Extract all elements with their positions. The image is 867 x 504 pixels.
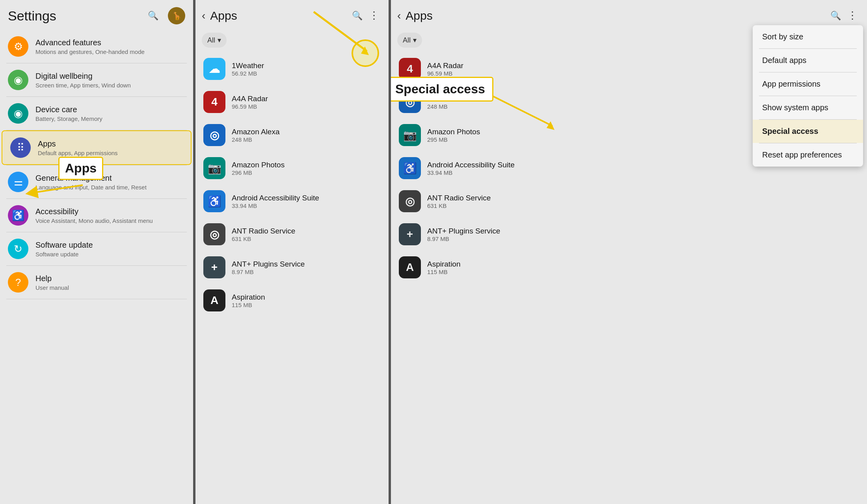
settings-item-digital-wellbeing[interactable]: ◉ Digital wellbeing Screen time, App tim… xyxy=(0,63,193,96)
special-access-callout: Special access xyxy=(391,77,493,102)
app-name-p3: Amazon Photos xyxy=(427,128,480,136)
app-icon: ◎ xyxy=(203,124,225,146)
app-icon-p3: ♿ xyxy=(399,157,421,179)
app-item-ant+-plugins-service[interactable]: + ANT+ Plugins Service 8.97 MB xyxy=(199,251,385,284)
sublabel-digital-wellbeing: Screen time, App timers, Wind down xyxy=(35,82,185,89)
app-item-p3-aspiration[interactable]: A Aspiration 115 MB xyxy=(394,251,864,284)
app-name-p3: Android Accessibility Suite xyxy=(427,161,515,169)
filter-value: All xyxy=(207,36,215,44)
filter-chevron: ▾ xyxy=(218,36,221,44)
label-general-management: General management xyxy=(35,174,185,183)
sublabel-advanced-features: Motions and gestures, One-handed mode xyxy=(35,48,185,55)
divider-help xyxy=(6,299,187,299)
apps-panel: ‹ Apps 🔍 ⋮ All ▾ ☁ 1Weather 56.92 MB 4 A… xyxy=(195,0,389,504)
apps-search-button[interactable]: 🔍 xyxy=(348,7,366,24)
app-size-p3: 8.97 MB xyxy=(427,235,500,242)
label-apps: Apps xyxy=(38,139,183,148)
app-icon: ◎ xyxy=(203,223,225,245)
app-item-aspiration[interactable]: A Aspiration 115 MB xyxy=(199,284,385,317)
three-dots-highlight xyxy=(352,39,379,67)
app-name-p3: Aspiration xyxy=(427,260,461,269)
sublabel-software-update: Software update xyxy=(35,251,185,258)
settings-item-software-update[interactable]: ↻ Software update Software update xyxy=(0,232,193,265)
label-device-care: Device care xyxy=(35,105,185,114)
app-icon: + xyxy=(203,256,225,278)
app-name: ANT Radio Service xyxy=(232,227,295,235)
app-icon: ♿ xyxy=(203,190,225,212)
user-avatar[interactable]: 🦒 xyxy=(168,7,185,24)
apps-dropdown-panel: ‹ Apps 🔍 ⋮ All ▾ 4 A4A Radar 96.59 MB ◎ … xyxy=(391,0,867,504)
app-icon-p3: A xyxy=(399,256,421,278)
settings-item-device-care[interactable]: ◉ Device care Battery, Storage, Memory xyxy=(0,97,193,130)
app-item-p3-ant-radio-service[interactable]: ◎ ANT Radio Service 631 KB xyxy=(394,185,864,218)
apps-menu-button-3[interactable]: ⋮ xyxy=(844,6,861,25)
app-size-p3: 631 KB xyxy=(427,202,491,209)
app-list: ☁ 1Weather 56.92 MB 4 A4A Radar 96.59 MB… xyxy=(195,52,389,504)
settings-item-help[interactable]: ? Help User manual xyxy=(0,266,193,299)
app-item-p3-ant+-plugins-service[interactable]: + ANT+ Plugins Service 8.97 MB xyxy=(394,218,864,251)
dropdown-item-default-apps[interactable]: Default apps xyxy=(753,49,863,72)
app-icon: 📷 xyxy=(203,157,225,179)
app-item-amazon-alexa[interactable]: ◎ Amazon Alexa 248 MB xyxy=(199,119,385,152)
sublabel-help: User manual xyxy=(35,284,185,291)
app-size-p3: 248 MB xyxy=(427,103,475,110)
sublabel-general-management: Language and input, Date and time, Reset xyxy=(35,184,185,191)
sublabel-accessibility: Voice Assistant, Mono audio, Assistant m… xyxy=(35,217,185,224)
apps-title: Apps xyxy=(210,9,348,22)
app-size-p3: 295 MB xyxy=(427,136,480,143)
settings-header: Settings 🔍 🦒 xyxy=(0,0,193,30)
icon-digital-wellbeing: ◉ xyxy=(8,70,28,90)
apps-search-button-3[interactable]: 🔍 xyxy=(827,7,844,24)
settings-list: ⚙ Advanced features Motions and gestures… xyxy=(0,30,193,504)
app-size-p3: 96.59 MB xyxy=(427,70,463,77)
dropdown-item-sort-by-size[interactable]: Sort by size xyxy=(753,25,863,48)
settings-header-icons: 🔍 🦒 xyxy=(144,7,185,24)
app-item-amazon-photos[interactable]: 📷 Amazon Photos 296 MB xyxy=(199,152,385,185)
app-size: 96.59 MB xyxy=(232,103,268,110)
icon-help: ? xyxy=(8,272,28,293)
app-size-p3: 115 MB xyxy=(427,269,461,275)
label-advanced-features: Advanced features xyxy=(35,38,185,47)
icon-general-management: ⚌ xyxy=(8,172,28,192)
apps-header: ‹ Apps 🔍 ⋮ xyxy=(195,0,389,30)
back-button-3[interactable]: ‹ xyxy=(397,9,401,22)
filter-dropdown-3[interactable]: All ▾ xyxy=(397,33,422,48)
app-name: A4A Radar xyxy=(232,94,268,103)
dropdown-item-show-system-apps[interactable]: Show system apps xyxy=(753,96,863,119)
app-name-p3: A4A Radar xyxy=(427,61,463,70)
app-item-ant-radio-service[interactable]: ◎ ANT Radio Service 631 KB xyxy=(199,218,385,251)
app-icon-p3: ◎ xyxy=(399,190,421,212)
dropdown-menu: Sort by sizeDefault appsApp permissionsS… xyxy=(753,25,863,167)
filter-dropdown[interactable]: All ▾ xyxy=(202,33,227,48)
app-name: Android Accessibility Suite xyxy=(232,194,319,202)
icon-accessibility: ♿ xyxy=(8,205,28,226)
app-name-p3: ANT+ Plugins Service xyxy=(427,227,500,235)
app-name: ANT+ Plugins Service xyxy=(232,260,305,269)
app-item-a4a-radar[interactable]: 4 A4A Radar 96.59 MB xyxy=(199,85,385,119)
dropdown-item-app-permissions[interactable]: App permissions xyxy=(753,72,863,96)
app-icon-p3: 📷 xyxy=(399,124,421,146)
settings-search-button[interactable]: 🔍 xyxy=(144,7,162,24)
app-item-android-accessibility-suite[interactable]: ♿ Android Accessibility Suite 33.94 MB xyxy=(199,185,385,218)
filter-chevron-3: ▾ xyxy=(413,36,417,44)
app-name: Aspiration xyxy=(232,293,265,302)
apps-title-3: Apps xyxy=(406,9,827,22)
app-size: 8.97 MB xyxy=(232,269,305,275)
settings-item-advanced-features[interactable]: ⚙ Advanced features Motions and gestures… xyxy=(0,30,193,63)
app-icon-p3: + xyxy=(399,223,421,245)
settings-title: Settings xyxy=(8,8,144,24)
icon-device-care: ◉ xyxy=(8,103,28,124)
icon-apps: ⠿ xyxy=(10,137,31,158)
app-name: Amazon Photos xyxy=(232,161,285,169)
app-size: 56.92 MB xyxy=(232,70,264,77)
back-button[interactable]: ‹ xyxy=(202,9,205,22)
settings-item-accessibility[interactable]: ♿ Accessibility Voice Assistant, Mono au… xyxy=(0,199,193,232)
app-icon: ☁ xyxy=(203,58,225,80)
settings-panel: Settings 🔍 🦒 ⚙ Advanced features Motions… xyxy=(0,0,193,504)
icon-software-update: ↻ xyxy=(8,239,28,259)
label-help: Help xyxy=(35,274,185,283)
apps-menu-button[interactable]: ⋮ xyxy=(366,6,382,25)
dropdown-item-special-access[interactable]: Special access xyxy=(753,120,863,143)
label-digital-wellbeing: Digital wellbeing xyxy=(35,72,185,81)
dropdown-item-reset-app-preferences[interactable]: Reset app preferences xyxy=(753,143,863,167)
